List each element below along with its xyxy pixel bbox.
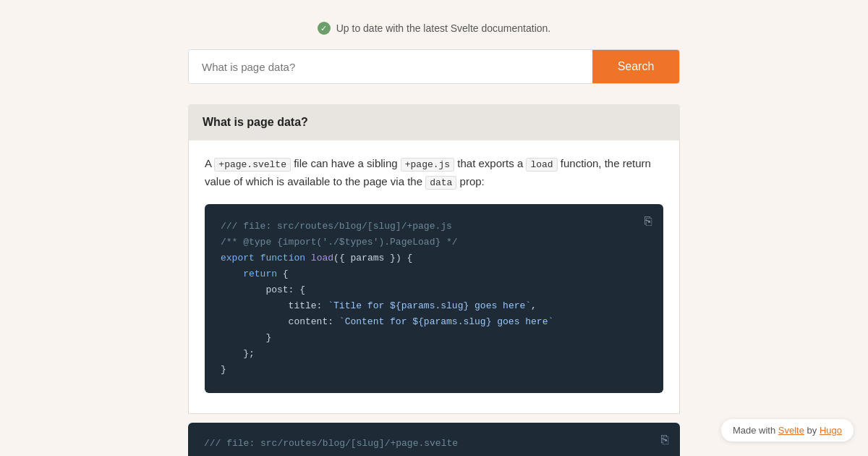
code-content-1: /// file: src/routes/blog/[slug]/+page.j…	[221, 219, 647, 379]
inline-code-data: data	[425, 176, 456, 190]
status-check-icon: ✓	[318, 22, 331, 35]
result-body: A +page.svelte file can have a sibling +…	[188, 140, 680, 414]
code-content-2: /// file: src/routes/blog/[slug]/+page.s…	[204, 436, 664, 452]
copy-button-2[interactable]: ⎘	[658, 431, 671, 449]
by-text: by	[804, 425, 820, 436]
page-container: ✓ Up to date with the latest Svelte docu…	[0, 0, 868, 456]
description-text: A +page.svelte file can have a sibling +…	[205, 155, 663, 191]
search-button[interactable]: Search	[592, 50, 679, 83]
code-block-1: ⎘ /// file: src/routes/blog/[slug]/+page…	[205, 204, 663, 393]
search-bar: Search	[188, 49, 680, 84]
made-with-text: Made with	[733, 425, 778, 436]
svelte-link[interactable]: Svelte	[778, 425, 804, 436]
status-bar: ✓ Up to date with the latest Svelte docu…	[318, 22, 551, 35]
result-container: What is page data? A +page.svelte file c…	[188, 104, 680, 456]
inline-code-page-js: +page.js	[401, 158, 454, 172]
inline-code-load: load	[526, 158, 557, 172]
status-text: Up to date with the latest Svelte docume…	[336, 22, 551, 34]
result-header: What is page data?	[188, 104, 680, 140]
code-block-2: ⎘ /// file: src/routes/blog/[slug]/+page…	[188, 423, 680, 456]
copy-button-1[interactable]: ⎘	[642, 213, 655, 230]
made-with-badge: Made with Svelte by Hugo	[721, 419, 854, 442]
hugo-link[interactable]: Hugo	[820, 425, 842, 436]
inline-code-page-svelte: +page.svelte	[214, 158, 291, 172]
search-input[interactable]	[189, 50, 592, 83]
